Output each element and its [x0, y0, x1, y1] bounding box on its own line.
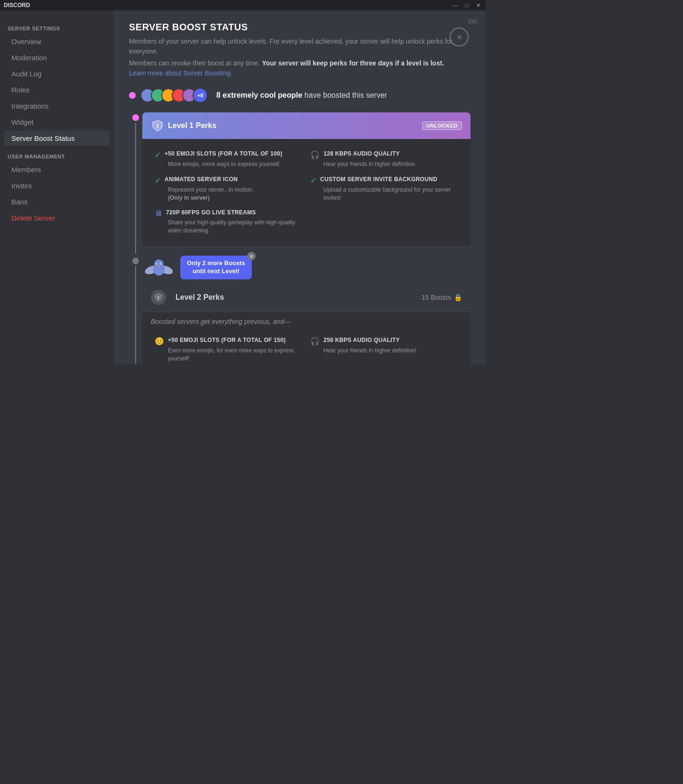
level1-content: 1 Level 1 Perks UNLOCKED ✓ +50 EMOJI SLO…	[142, 112, 471, 254]
headphones-icon: 🎧	[310, 337, 320, 346]
server-settings-label: SERVER SETTINGS	[0, 26, 114, 33]
level2-dot	[132, 258, 139, 264]
description-1: Members of your server can help unlock l…	[129, 37, 471, 56]
level2-card: 2 Level 2 Perks 15 Boosts 🔒 Boosted serv…	[142, 283, 471, 364]
level2-everything-previous: Boosted servers get everything previous,…	[142, 312, 471, 325]
boosters-count-text: 8 extremely cool people	[216, 91, 302, 99]
perk-item: 😊 +50 EMOJI SLOTS (FOR A TOTAL OF 150) E…	[151, 333, 306, 364]
tooltip-close-button[interactable]: ✕	[247, 252, 256, 260]
lock-icon: 🔒	[454, 294, 462, 301]
level1-title-text: Level 1 Perks	[168, 121, 216, 130]
booster-avatars: +8	[140, 88, 205, 103]
perk-item: ✓ CUSTOM SERVER INVITE BACKGROUND Upload…	[306, 172, 462, 206]
svg-point-7	[157, 263, 158, 264]
check-icon: ✓	[310, 176, 316, 185]
svg-text:2: 2	[157, 296, 159, 299]
svg-point-8	[161, 263, 162, 264]
level2-title-text: Level 2 Perks	[175, 293, 224, 302]
sidebar-item-invites[interactable]: Invites	[4, 178, 110, 194]
perk-title: CUSTOM SERVER INVITE BACKGROUND	[320, 176, 437, 183]
level2-perks-grid: 😊 +50 EMOJI SLOTS (FOR A TOTAL OF 150) E…	[142, 325, 471, 364]
perk-item: ✓ ANIMATED SERVER ICON Represent your se…	[151, 172, 306, 206]
description-2-bold: Your server will keep perks for three da…	[262, 59, 444, 67]
level1-timeline	[129, 114, 142, 254]
main-content: ✕ ESC SERVER BOOST STATUS Members of you…	[114, 10, 486, 364]
perk-header: ✓ ANIMATED SERVER ICON	[155, 176, 303, 185]
tooltip-line1: Only 2 more Boosts	[187, 259, 245, 267]
perk-desc: Represent your server...in motion.(Only …	[155, 186, 303, 202]
sidebar-item-overview[interactable]: Overview	[4, 34, 110, 49]
description-2: Members can revoke their boost at any ti…	[129, 58, 471, 78]
perk-item: 🎧 128 KBPS AUDIO QUALITY Hear your frien…	[306, 147, 462, 172]
level1-perks-grid: ✓ +50 EMOJI SLOTS (FOR A TOTAL OF 100) M…	[142, 139, 471, 246]
emoji-icon: 😊	[155, 337, 164, 346]
level1-line	[135, 123, 136, 254]
perk-item: ✓ +50 EMOJI SLOTS (FOR A TOTAL OF 100) M…	[151, 147, 306, 172]
perk-item: 🎧 256 KBPS AUDIO QUALITY Hear your frien…	[306, 333, 462, 364]
level2-header: 2 Level 2 Perks 15 Boosts 🔒	[142, 283, 471, 312]
svg-text:1: 1	[156, 123, 159, 129]
perk-title: ANIMATED SERVER ICON	[165, 176, 238, 183]
perk-item: 🖥 720P 60FPS GO LIVE STREAMS Share your …	[151, 205, 306, 239]
level2-tooltip: Only 2 more Boosts until next Level!	[180, 256, 252, 279]
level2-header-left: 2 Level 2 Perks	[151, 290, 224, 305]
level2-section: Only 2 more Boosts until next Level! ✕	[129, 256, 471, 364]
level1-section: 1 Level 1 Perks UNLOCKED ✓ +50 EMOJI SLO…	[129, 112, 471, 254]
level2-timeline	[129, 258, 142, 364]
sidebar-item-server-boost-status[interactable]: Server Boost Status	[4, 130, 110, 146]
perk-desc: Hear your friends in higher definition!	[310, 347, 458, 355]
level2-content: Only 2 more Boosts until next Level! ✕	[142, 256, 471, 364]
level2-boosts-count: 15 Boosts 🔒	[422, 294, 462, 301]
description-2-prefix: Members can revoke their boost at any ti…	[129, 59, 262, 67]
level1-title-area: 1 Level 1 Perks	[151, 119, 216, 132]
boost-mascot	[142, 256, 175, 279]
sidebar-item-label: Roles	[11, 86, 29, 94]
tooltip-bubble-wrapper: Only 2 more Boosts until next Level! ✕	[180, 256, 252, 279]
unlocked-badge: UNLOCKED	[422, 121, 462, 130]
perk-desc: More emojis, more ways to express yourse…	[155, 160, 303, 168]
sidebar-item-roles[interactable]: Roles	[4, 82, 110, 98]
level1-card: 1 Level 1 Perks UNLOCKED ✓ +50 EMOJI SLO…	[142, 112, 471, 246]
perk-header: ✓ +50 EMOJI SLOTS (FOR A TOTAL OF 100)	[155, 150, 303, 159]
perk-desc: Hear your friends in higher definition.	[310, 160, 458, 168]
sidebar-item-members[interactable]: Members	[4, 162, 110, 177]
perk-header: 🎧 128 KBPS AUDIO QUALITY	[310, 150, 458, 159]
sidebar-item-widget[interactable]: Widget	[4, 114, 110, 130]
sidebar-item-label: Delete Server	[11, 214, 55, 222]
minimize-button[interactable]: —	[452, 2, 459, 9]
maximize-button[interactable]: □	[463, 2, 471, 9]
level1-timeline-dot	[129, 92, 136, 99]
check-icon: ✓	[155, 176, 161, 185]
boosters-section: +8 8 extremely cool people have boosted …	[129, 88, 471, 103]
tooltip-line2: until next Level!	[187, 267, 245, 276]
perk-header: ✓ CUSTOM SERVER INVITE BACKGROUND	[310, 176, 458, 185]
sidebar-item-label: Widget	[11, 118, 34, 126]
level1-dot	[132, 114, 139, 121]
level2-tooltip-area: Only 2 more Boosts until next Level! ✕	[142, 256, 471, 279]
sidebar-item-label: Members	[11, 166, 41, 174]
level2-shield-icon: 2	[154, 293, 163, 302]
titlebar: DISCORD — □ ✕	[0, 0, 486, 10]
user-management-label: USER MANAGEMENT	[0, 154, 114, 161]
sidebar-item-label: Invites	[11, 182, 32, 190]
boosters-text: 8 extremely cool people have boosted thi…	[216, 91, 387, 100]
sidebar-item-bans[interactable]: Bans	[4, 194, 110, 210]
sidebar-item-integrations[interactable]: Integrations	[4, 98, 110, 114]
learn-more-link[interactable]: Learn more about Server Boosting.	[129, 69, 232, 77]
perk-title: 256 KBPS AUDIO QUALITY	[323, 337, 400, 343]
level2-icon-circle: 2	[151, 290, 166, 305]
level1-shield-icon: 1	[151, 119, 164, 132]
close-dialog-button[interactable]: ✕	[450, 28, 469, 46]
perk-title: +50 EMOJI SLOTS (FOR A TOTAL OF 100)	[165, 150, 282, 157]
sidebar-item-audit-log[interactable]: Audit Log	[4, 66, 110, 82]
app-title: DISCORD	[4, 2, 30, 9]
sidebar-item-label: Moderation	[11, 54, 47, 62]
perk-desc: Share your high-quality gameplay with hi…	[155, 219, 303, 235]
sidebar-item-delete-server[interactable]: Delete Server	[4, 210, 110, 226]
close-button[interactable]: ✕	[474, 2, 482, 9]
headphones-icon: 🎧	[310, 150, 320, 159]
perk-desc: Even more emojis, for even more ways to …	[155, 347, 303, 363]
sidebar-item-moderation[interactable]: Moderation	[4, 50, 110, 65]
sidebar-item-label: Audit Log	[11, 70, 41, 78]
screen-icon: 🖥	[155, 209, 162, 218]
